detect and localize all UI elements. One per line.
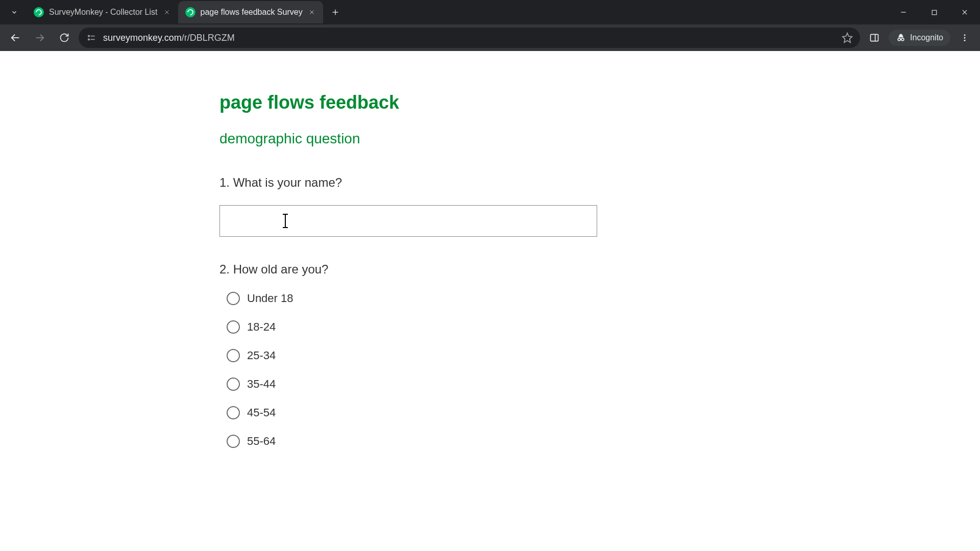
forward-button[interactable] <box>30 28 50 48</box>
window-controls <box>888 0 980 24</box>
age-radio-group: Under 18 18-24 25-34 35-44 45-54 <box>219 292 761 448</box>
incognito-indicator[interactable]: Incognito <box>889 30 950 46</box>
radio-option[interactable]: 55-64 <box>227 435 761 448</box>
browser-toolbar: surveymonkey.com/r/DBLRGZM Incognito <box>0 24 980 51</box>
svg-rect-7 <box>932 10 937 15</box>
svg-point-12 <box>88 35 90 37</box>
svg-point-19 <box>898 38 900 41</box>
new-tab-button[interactable] <box>326 3 345 21</box>
radio-icon <box>227 349 240 362</box>
svg-point-20 <box>901 38 904 41</box>
radio-label: 55-64 <box>247 435 276 448</box>
minimize-button[interactable] <box>888 0 919 24</box>
radio-icon <box>227 378 240 391</box>
incognito-icon <box>896 33 906 43</box>
svg-point-22 <box>964 34 966 36</box>
radio-option[interactable]: 18-24 <box>227 320 761 334</box>
question-2: 2. How old are you? Under 18 18-24 25-34 <box>219 262 761 448</box>
radio-icon <box>227 320 240 334</box>
radio-option[interactable]: 25-34 <box>227 349 761 362</box>
svg-rect-17 <box>871 34 878 41</box>
radio-label: 45-54 <box>247 406 276 419</box>
radio-icon <box>227 435 240 448</box>
radio-icon <box>227 292 240 305</box>
site-settings-icon[interactable] <box>86 32 97 43</box>
radio-label: 25-34 <box>247 349 276 362</box>
reload-button[interactable] <box>54 28 75 48</box>
question-1: 1. What is your name? <box>219 176 761 237</box>
radio-option[interactable]: 35-44 <box>227 378 761 391</box>
tab-strip: SurveyMonkey - Collector List page flows… <box>0 0 980 24</box>
tab-title: page flows feedback Survey <box>201 8 303 17</box>
close-tab-icon[interactable] <box>308 8 316 16</box>
back-button[interactable] <box>5 28 26 48</box>
tab-item[interactable]: SurveyMonkey - Collector List <box>27 1 178 23</box>
browser-menu-button[interactable] <box>954 28 975 48</box>
survey-container: page flows feedback demographic question… <box>219 51 761 494</box>
question-label: 2. How old are you? <box>219 262 761 277</box>
side-panel-icon[interactable] <box>864 28 885 48</box>
name-input[interactable] <box>219 205 597 237</box>
close-window-button[interactable] <box>949 0 980 24</box>
surveymonkey-favicon-icon <box>185 7 195 17</box>
survey-title: page flows feedback <box>219 92 761 113</box>
radio-label: 18-24 <box>247 320 276 334</box>
maximize-button[interactable] <box>919 0 949 24</box>
question-label: 1. What is your name? <box>219 176 761 190</box>
radio-label: Under 18 <box>247 292 293 305</box>
svg-point-24 <box>964 40 966 41</box>
radio-icon <box>227 406 240 419</box>
tab-search-dropdown[interactable] <box>5 3 23 21</box>
surveymonkey-favicon-icon <box>34 7 44 17</box>
text-cursor-icon <box>285 215 286 227</box>
url-text: surveymonkey.com/r/DBLRGZM <box>103 33 235 43</box>
svg-marker-16 <box>843 33 852 42</box>
radio-option[interactable]: Under 18 <box>227 292 761 305</box>
address-bar[interactable]: surveymonkey.com/r/DBLRGZM <box>79 28 860 48</box>
tab-item-active[interactable]: page flows feedback Survey <box>178 1 323 23</box>
close-tab-icon[interactable] <box>163 8 171 16</box>
section-title: demographic question <box>219 131 761 147</box>
bookmark-icon[interactable] <box>842 32 853 43</box>
radio-option[interactable]: 45-54 <box>227 406 761 419</box>
page-viewport[interactable]: page flows feedback demographic question… <box>0 51 980 551</box>
svg-point-13 <box>88 39 90 40</box>
browser-chrome: SurveyMonkey - Collector List page flows… <box>0 0 980 51</box>
svg-point-23 <box>964 37 966 39</box>
incognito-label: Incognito <box>910 33 943 42</box>
radio-label: 35-44 <box>247 378 276 391</box>
tab-title: SurveyMonkey - Collector List <box>49 8 158 17</box>
